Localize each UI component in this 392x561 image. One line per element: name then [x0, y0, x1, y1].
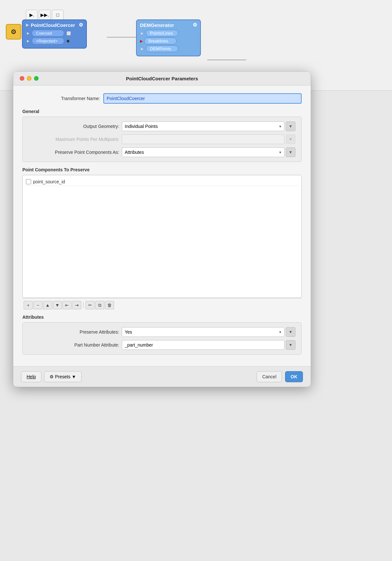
output-geometry-row: Output Geometry: Individual Points Multi… — [29, 121, 295, 131]
demgenerator-node[interactable]: DEMGenerator ⚙ ▶ Points/Lines ▶ Breaklin… — [136, 19, 201, 56]
node-gear[interactable]: ⚙ — [79, 22, 83, 28]
preserve-attributes-row: Preserve Attributes: Yes No ▼ ▼ — [29, 327, 295, 337]
points-lines-arrow: ▶ — [140, 31, 144, 36]
breaklines-red-arrow: ▶ — [140, 39, 143, 43]
point-source-id-checkbox[interactable] — [26, 179, 31, 184]
preserve-attributes-label: Preserve Attributes: — [29, 329, 119, 335]
point-components-listbox: point_source_id — [22, 175, 302, 298]
list-item: point_source_id — [25, 178, 299, 186]
ok-label: OK — [291, 374, 297, 379]
point-components-header: Point Components To Preserve — [22, 167, 302, 172]
dempoints-label: DEMPoints — [146, 45, 178, 52]
point-source-id-label: point_source_id — [33, 179, 65, 184]
list-copy-btn[interactable]: ⧉ — [95, 301, 104, 309]
part-number-input-wrap: ▼ — [122, 340, 295, 350]
coerced-port-row: ▶ Coerced — [26, 30, 83, 37]
help-label: Help — [27, 374, 36, 379]
footer-right: Cancel OK — [257, 371, 303, 382]
coerced-port-arrow: ▶ — [26, 31, 30, 36]
list-down-btn[interactable]: ▼ — [53, 301, 62, 309]
list-toolbar-separator — [83, 302, 84, 308]
list-delete-btn[interactable]: 🗑 — [105, 301, 114, 309]
rejected-port-dot — [67, 40, 69, 42]
node-title: ▶ PointCloudCoercer ⚙ — [26, 22, 83, 28]
gear-node[interactable]: ⚙ — [6, 24, 21, 40]
points-lines-port-row: ▶ Points/Lines — [140, 30, 197, 37]
output-geometry-select-wrapper: Individual Points Multipoint Single Mult… — [122, 121, 284, 131]
preserve-attributes-select[interactable]: Yes No — [122, 327, 284, 337]
attributes-param-box: Preserve Attributes: Yes No ▼ ▼ Part Num… — [22, 322, 302, 355]
dialog-footer: Help ⚙ Presets ▼ Cancel OK — [13, 366, 311, 387]
point-components-section: point_source_id + − ▲ ▼ ⇤ ⇥ ✂ ⧉ 🗑 — [22, 175, 302, 312]
attributes-section-header: Attributes — [22, 315, 302, 320]
breaklines-port-row: ▶ Breaklines — [140, 38, 197, 44]
list-add-btn[interactable]: + — [24, 301, 33, 309]
part-number-row: Part Number Attribute: ▼ — [29, 340, 295, 350]
preserve-components-row: Preserve Point Components As: Attributes… — [29, 147, 295, 157]
breaklines-label: Breaklines — [144, 38, 177, 44]
minimize-window-btn[interactable] — [27, 76, 31, 81]
maximize-window-btn[interactable] — [34, 76, 39, 81]
dialog-title: PointCloudCoercer Parameters — [126, 76, 198, 81]
help-button[interactable]: Help — [21, 371, 41, 382]
presets-button[interactable]: ⚙ Presets ▼ — [44, 371, 82, 382]
part-number-input[interactable] — [122, 340, 284, 350]
toolbar-run-btn[interactable]: ▶. — [26, 10, 38, 20]
output-geometry-select-wrap: Individual Points Multipoint Single Mult… — [122, 121, 295, 131]
dialog-titlebar: PointCloudCoercer Parameters — [13, 72, 311, 86]
transformer-name-label: Transformer Name: — [22, 96, 100, 101]
canvas-toolbar: ▶. ▶▶. □ — [26, 10, 63, 20]
coerced-port-out — [67, 31, 71, 35]
rejected-port-arrow: ▶ — [26, 39, 30, 43]
preserve-attributes-select-wrap: Yes No ▼ ▼ — [122, 327, 295, 337]
preserve-components-options-btn[interactable]: ▼ — [286, 147, 295, 157]
rejected-port-row: ▶ <Rejected> — [26, 38, 83, 44]
transformer-name-row: Transformer Name: — [22, 93, 302, 104]
close-window-btn[interactable] — [20, 76, 24, 81]
preserve-attributes-select-wrapper: Yes No ▼ — [122, 327, 284, 337]
max-points-row: Maximum Points Per Multipoint: ▼ — [29, 134, 295, 144]
output-geometry-label: Output Geometry: — [29, 124, 119, 129]
max-points-label: Maximum Points Per Multipoint: — [29, 137, 119, 142]
preserve-components-select-wrap: Attributes List Attributes None ▼ ▼ — [122, 147, 295, 157]
part-number-input-wrapper — [122, 340, 284, 350]
list-top-btn[interactable]: ⇤ — [63, 301, 72, 309]
list-up-btn[interactable]: ▲ — [43, 301, 52, 309]
output-geometry-options-btn[interactable]: ▼ — [286, 121, 295, 131]
dem-node-gear[interactable]: ⚙ — [193, 22, 197, 28]
part-number-options-btn[interactable]: ▼ — [286, 340, 295, 350]
list-toolbar: + − ▲ ▼ ⇤ ⇥ ✂ ⧉ 🗑 — [22, 298, 302, 312]
node-name-label: PointCloudCoercer — [31, 22, 75, 28]
preserve-components-select[interactable]: Attributes List Attributes None — [122, 147, 284, 157]
list-cut-btn[interactable]: ✂ — [86, 301, 95, 309]
cancel-label: Cancel — [262, 374, 276, 379]
parameters-dialog: PointCloudCoercer Parameters Transformer… — [13, 71, 311, 387]
max-points-input-wrap: ▼ — [122, 134, 295, 144]
dialog-body: Transformer Name: General Output Geometr… — [13, 86, 311, 366]
preserve-components-select-wrapper: Attributes List Attributes None ▼ — [122, 147, 284, 157]
preserve-attributes-options-btn[interactable]: ▼ — [286, 327, 295, 337]
cancel-button[interactable]: Cancel — [257, 371, 282, 382]
footer-left: Help ⚙ Presets ▼ — [21, 371, 254, 382]
output-geometry-select[interactable]: Individual Points Multipoint Single Mult… — [122, 121, 284, 131]
max-points-options-btn: ▼ — [286, 134, 295, 144]
list-bottom-btn[interactable]: ⇥ — [72, 301, 81, 309]
node-arrow-in: ▶ — [26, 23, 29, 27]
transformer-name-input[interactable] — [103, 93, 302, 104]
presets-label: ⚙ Presets ▼ — [50, 374, 76, 379]
preserve-components-label: Preserve Point Components As: — [29, 150, 119, 155]
dempoints-arrow: ▶ — [140, 47, 144, 51]
general-section-header: General — [22, 109, 302, 114]
pointcloudcoercer-node[interactable]: ▶ PointCloudCoercer ⚙ ▶ Coerced ▶ <Rejec… — [22, 19, 87, 49]
dempoints-port-row: ▶ DEMPoints — [140, 45, 197, 52]
coerced-port-label: Coerced — [32, 30, 64, 37]
ok-button[interactable]: OK — [285, 371, 303, 382]
toolbar-run2-btn[interactable]: ▶▶. — [39, 10, 51, 20]
points-lines-label: Points/Lines — [146, 30, 178, 37]
dem-node-name-label: DEMGenerator — [140, 22, 174, 28]
toolbar-inspect-btn[interactable]: □ — [52, 10, 63, 20]
list-remove-btn[interactable]: − — [33, 301, 42, 309]
general-param-box: Output Geometry: Individual Points Multi… — [22, 117, 302, 162]
part-number-label: Part Number Attribute: — [29, 342, 119, 348]
dem-node-title: DEMGenerator ⚙ — [140, 22, 197, 28]
